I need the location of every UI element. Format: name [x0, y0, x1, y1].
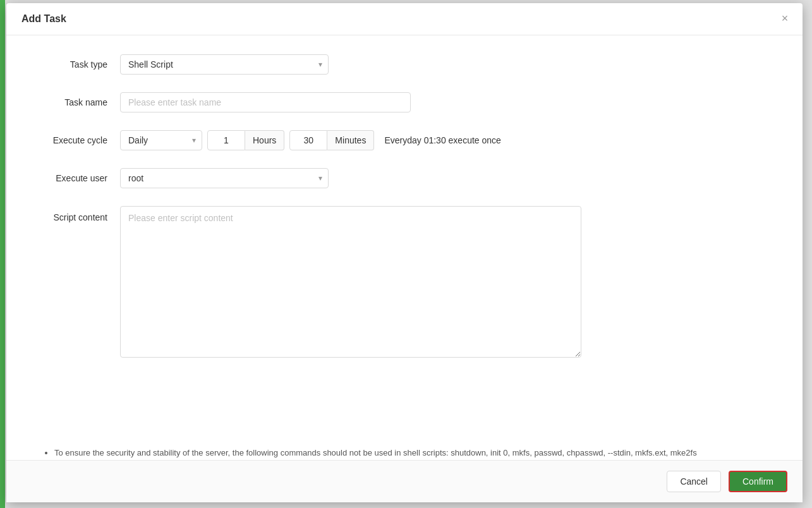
- execute-cycle-row: Execute cycle Daily Weekly Monthly ▾: [44, 130, 765, 150]
- green-sidebar: [0, 0, 5, 508]
- task-type-select-wrapper: Shell Script Python Script ▾: [120, 54, 329, 75]
- task-name-input[interactable]: [120, 92, 411, 112]
- task-name-control: [120, 92, 765, 112]
- cycle-frequency-select[interactable]: Daily Weekly Monthly: [120, 130, 202, 150]
- minutes-input-group: Minutes: [289, 130, 374, 150]
- script-content-control: [120, 206, 765, 360]
- task-name-label: Task name: [44, 92, 120, 107]
- execute-cycle-inputs: Daily Weekly Monthly ▾ Hours: [120, 130, 765, 150]
- execute-user-label: Execute user: [44, 168, 120, 183]
- execute-user-select-wrapper: root admin ▾: [120, 168, 329, 188]
- task-type-control: Shell Script Python Script ▾: [120, 54, 765, 75]
- hours-input-group: Hours: [207, 130, 284, 150]
- cancel-button[interactable]: Cancel: [667, 471, 721, 492]
- modal-footer: Cancel Confirm: [6, 460, 803, 502]
- hours-unit-label: Hours: [245, 130, 284, 150]
- script-content-label: Script content: [44, 206, 120, 222]
- modal-overlay: Add Task × Task type Shell Script Python…: [0, 0, 812, 508]
- execute-user-select[interactable]: root admin: [120, 168, 329, 188]
- cycle-description: Everyday 01:30 execute once: [384, 135, 500, 145]
- close-icon: ×: [782, 12, 789, 25]
- execute-user-control: root admin ▾: [120, 168, 765, 188]
- add-task-modal: Add Task × Task type Shell Script Python…: [6, 3, 803, 502]
- modal-title: Add Task: [21, 13, 66, 24]
- task-type-select[interactable]: Shell Script Python Script: [120, 54, 329, 75]
- minutes-unit-label: Minutes: [327, 130, 374, 150]
- modal-body: Task type Shell Script Python Script ▾ T…: [6, 35, 803, 440]
- task-type-label: Task type: [44, 54, 120, 70]
- warning-section: To ensure the security and stability of …: [6, 447, 803, 460]
- warning-text: To ensure the security and stability of …: [54, 447, 765, 460]
- execute-cycle-control: Daily Weekly Monthly ▾ Hours: [120, 130, 765, 150]
- script-content-textarea[interactable]: [120, 206, 581, 358]
- hours-input[interactable]: [207, 130, 245, 150]
- minutes-input[interactable]: [289, 130, 327, 150]
- cycle-select-wrapper: Daily Weekly Monthly ▾: [120, 130, 202, 150]
- close-button[interactable]: ×: [777, 11, 792, 26]
- script-content-row: Script content: [44, 206, 765, 360]
- task-name-row: Task name: [44, 92, 765, 112]
- task-type-row: Task type Shell Script Python Script ▾: [44, 54, 765, 75]
- modal-header: Add Task ×: [6, 3, 803, 35]
- execute-user-row: Execute user root admin ▾: [44, 168, 765, 188]
- execute-cycle-label: Execute cycle: [44, 130, 120, 145]
- confirm-button[interactable]: Confirm: [729, 471, 787, 492]
